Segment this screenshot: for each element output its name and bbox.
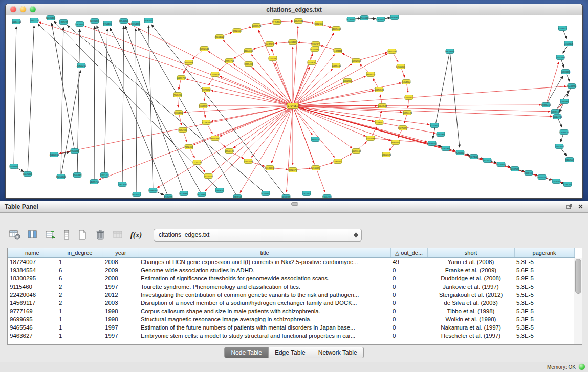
graph-node[interactable]: 9582071 — [289, 168, 297, 172]
graph-node[interactable]: 15956121 — [403, 111, 412, 115]
column-header-year[interactable]: year — [103, 248, 139, 258]
graph-node[interactable]: 11204581 — [552, 179, 561, 184]
graph-node[interactable]: 12387051 — [510, 167, 520, 171]
graph-node[interactable]: 16093162 — [352, 149, 361, 154]
tab-node-table[interactable]: Node Table — [224, 347, 269, 358]
graph-node[interactable]: 15958413 — [541, 103, 551, 107]
graph-node[interactable]: 15204951 — [261, 191, 271, 196]
graph-node[interactable]: 12740125 — [225, 149, 234, 154]
graph-node[interactable]: 9734083 — [185, 60, 193, 65]
graph-node[interactable]: 9561021 — [360, 16, 369, 20]
graph-node[interactable]: 11548408 — [564, 41, 574, 46]
graph-node[interactable]: 15887341 — [390, 15, 400, 20]
graph-node[interactable]: 13354231 — [131, 21, 141, 26]
graph-node[interactable]: 20160831 — [50, 152, 59, 157]
graph-node[interactable]: 10588574 — [252, 24, 262, 28]
graph-node[interactable]: 18957215 — [366, 72, 376, 77]
graph-node[interactable]: 10443581 — [378, 104, 387, 108]
graph-node[interactable]: 14595751 — [90, 180, 99, 184]
graph-node[interactable]: 9183622 — [558, 26, 567, 31]
graph-node[interactable]: 11007537 — [333, 159, 343, 164]
edit-table-button[interactable] — [43, 227, 58, 243]
graph-node[interactable]: 11593841 — [560, 99, 570, 104]
zoom-window-icon[interactable] — [30, 6, 36, 12]
float-panel-icon[interactable] — [566, 202, 573, 211]
graph-node[interactable]: 16443794 — [567, 84, 577, 89]
graph-node[interactable]: 11283794 — [177, 76, 186, 80]
graph-node[interactable]: 10034251 — [427, 141, 437, 146]
table-row[interactable]: 1872400712008Changes of HCN gene express… — [8, 258, 574, 267]
graph-node[interactable]: 15051301 — [56, 174, 66, 179]
table-panel-header[interactable]: Table Panel — [0, 201, 588, 213]
graph-node[interactable]: 11089501 — [148, 188, 158, 193]
graph-node[interactable]: 16648794 — [445, 49, 455, 54]
graph-node[interactable]: 10771411 — [100, 173, 110, 178]
graph-node[interactable]: 14204060 — [244, 49, 253, 53]
column-header-short[interactable]: short — [427, 248, 514, 258]
table-row[interactable]: 946362711997Embryonic stem cells: a mode… — [8, 332, 574, 340]
graph-node[interactable]: 17851751 — [225, 59, 234, 63]
graph-node[interactable]: 9873492 — [202, 87, 211, 92]
graph-node[interactable]: 9989494 — [245, 62, 253, 67]
graph-node[interactable]: 22061022 — [215, 35, 225, 39]
graph-node[interactable]: 12475361 — [233, 195, 243, 198]
graph-node[interactable]: 15950421 — [311, 42, 321, 47]
import-table-button[interactable] — [111, 227, 126, 243]
graph-node[interactable]: 11254540 — [272, 20, 282, 25]
column-header-name[interactable]: name — [8, 248, 57, 258]
graph-node[interactable]: 16261364 — [310, 47, 320, 52]
graph-node[interactable]: 10024731 — [553, 115, 562, 119]
graph-node[interactable]: 15659741 — [75, 22, 85, 27]
tab-edge-table[interactable]: Edge Table — [269, 347, 312, 358]
table-row[interactable]: 1830029562008Estimation of significance … — [8, 274, 574, 282]
splitter-handle[interactable] — [291, 202, 298, 206]
graph-node[interactable]: 12034151 — [559, 130, 569, 135]
graph-node[interactable]: 8128058 — [202, 120, 211, 125]
graph-node[interactable]: 12011301 — [396, 64, 406, 69]
graph-node[interactable]: 10391271 — [90, 19, 100, 24]
close-window-icon[interactable] — [10, 6, 16, 12]
graph-node[interactable]: 16649341 — [294, 19, 303, 24]
graph-node[interactable]: 10963051 — [215, 188, 225, 193]
graph-node[interactable]: 9063975 — [199, 104, 208, 108]
network-canvas[interactable]: 1724051906397581280589634508127401251143… — [6, 15, 582, 198]
graph-node[interactable]: 12081461 — [46, 16, 56, 20]
graph-node[interactable]: 12610651 — [311, 166, 321, 170]
table-row[interactable]: 911546021997Tourette syndrome. Phenomeno… — [8, 282, 574, 291]
graph-node[interactable]: 12872031 — [118, 182, 127, 187]
graph-node[interactable]: 10973493 — [561, 70, 571, 74]
graph-node[interactable]: 14921031 — [537, 175, 547, 180]
column-header-out_degree[interactable]: △ out_de... — [390, 248, 427, 258]
close-panel-icon[interactable] — [578, 202, 583, 211]
graph-node[interactable]: 16461744 — [12, 19, 21, 24]
graph-node[interactable]: 10486151 — [332, 63, 341, 68]
graph-node[interactable]: 1724051 — [287, 103, 298, 109]
graph-node[interactable]: 12217987 — [556, 55, 565, 60]
graph-node[interactable]: 12464287 — [288, 40, 298, 45]
graph-node[interactable]: 16642436 — [265, 42, 275, 47]
graph-node[interactable]: 9204561 — [456, 150, 465, 155]
graph-node[interactable]: 20310251 — [77, 63, 86, 68]
graph-node[interactable]: 9245021 — [164, 195, 173, 198]
new-file-button[interactable] — [75, 227, 90, 243]
graph-node[interactable]: 8130741 — [347, 17, 356, 22]
graph-node[interactable]: 11381111 — [333, 49, 342, 53]
graph-node[interactable]: 12144795 — [192, 160, 202, 165]
graph-node[interactable]: 16087041 — [144, 18, 154, 23]
graph-node[interactable]: 11938441 — [9, 164, 19, 169]
table-settings-button[interactable] — [7, 227, 23, 243]
graph-node[interactable]: 12654131 — [376, 17, 386, 22]
graph-node[interactable]: 9157941 — [430, 123, 439, 128]
graph-node[interactable]: 8812068 — [233, 29, 242, 33]
delete-trash-button[interactable] — [93, 227, 108, 243]
graph-node[interactable]: 7252468 — [185, 145, 193, 149]
graph-node[interactable]: 16154341 — [197, 192, 207, 197]
graph-node[interactable]: 18334861 — [179, 191, 189, 196]
graph-node[interactable]: 11431091 — [59, 20, 69, 25]
graph-node[interactable]: 9505981 — [73, 173, 82, 178]
table-row[interactable]: 1456911722003Disruption of a novel membe… — [8, 299, 574, 307]
graph-node[interactable]: 10878104 — [551, 110, 560, 114]
graph-node[interactable]: 7741231 — [173, 93, 182, 97]
graph-node[interactable]: 19534451 — [311, 137, 320, 142]
graph-node[interactable]: 16451221 — [132, 192, 142, 197]
